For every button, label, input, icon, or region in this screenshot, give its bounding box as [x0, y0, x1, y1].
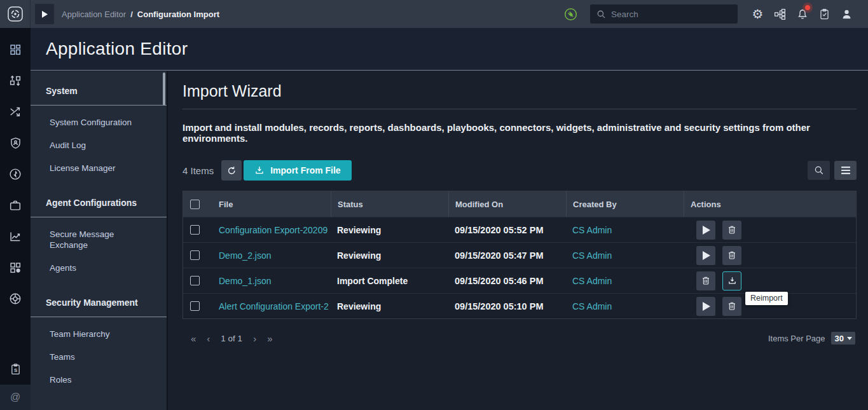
file-link[interactable]: Demo_2.json — [219, 250, 272, 261]
created-by-link[interactable]: CS Admin — [572, 276, 612, 286]
row-checkbox[interactable] — [190, 301, 200, 311]
column-header-modified-on[interactable]: Modified On — [448, 191, 566, 217]
file-link[interactable]: Demo_1.json — [219, 276, 272, 286]
row-checkbox[interactable] — [190, 225, 200, 235]
modified-on-value: 09/15/2020 05:46 PM — [455, 276, 543, 286]
items-per-page-label: Items Per Page — [768, 334, 825, 343]
topbar-right: ⚙ — [563, 4, 868, 24]
list-icon — [841, 167, 850, 174]
icon-rail: S @ — [0, 28, 31, 410]
modified-on-value: 09/15/2020 05:52 PM — [455, 225, 543, 235]
reimport-button[interactable] — [722, 271, 741, 290]
section-description: Import and install modules, records, rep… — [183, 122, 857, 144]
wheel-icon[interactable] — [0, 283, 31, 314]
resume-import-button[interactable] — [696, 221, 715, 240]
created-by-link[interactable]: CS Admin — [572, 225, 612, 235]
prev-page-button[interactable]: ‹ — [207, 334, 210, 343]
reports-chart-icon[interactable] — [0, 221, 31, 252]
application-window: Application Editor / Configuration Impor… — [0, 0, 868, 410]
search-input[interactable] — [611, 10, 731, 19]
resume-import-button[interactable] — [696, 246, 715, 265]
sidebar-item-team-hierarchy[interactable]: Team Hierarchy — [31, 322, 167, 345]
sitemap-icon[interactable] — [769, 4, 791, 24]
column-header-actions: Actions — [684, 191, 856, 217]
items-per-page-select[interactable]: 30 — [831, 332, 855, 345]
sidebar-scrollbar[interactable] — [163, 72, 165, 106]
file-link[interactable]: Alert Configuration Export-2 — [219, 301, 329, 311]
resume-import-button[interactable] — [696, 297, 715, 316]
topbar: Application Editor / Configuration Impor… — [0, 0, 868, 28]
sidebar-list: Team Hierarchy Teams Roles — [31, 317, 167, 395]
sidebar-list: System Configuration Audit Log License M… — [31, 106, 167, 183]
row-checkbox[interactable] — [190, 250, 200, 260]
table-header-row: File Status Modified On Created By Actio… — [183, 191, 856, 217]
modified-on-value: 09/15/2020 05:10 PM — [455, 301, 543, 311]
tasks-clipboard-icon[interactable] — [813, 4, 836, 24]
page-title-band: Application Editor — [31, 28, 868, 71]
automation-bolt-icon[interactable] — [0, 158, 31, 189]
sidebar-item-agents[interactable]: Agents — [31, 256, 167, 279]
security-shield-icon[interactable] — [0, 127, 31, 158]
sidebar-item-audit-log[interactable]: Audit Log — [31, 133, 167, 156]
row-checkbox[interactable] — [190, 276, 200, 285]
sidebar-item-system-configuration[interactable]: System Configuration — [31, 111, 167, 133]
list-view-button[interactable] — [834, 161, 857, 180]
import-from-file-button[interactable]: Import From File — [244, 160, 351, 181]
column-header-created-by[interactable]: Created By — [566, 191, 684, 217]
table-row: Demo_2.json Reviewing 09/15/2020 05:47 P… — [183, 242, 856, 268]
notifications-bell-icon[interactable] — [791, 4, 813, 24]
play-icon — [702, 226, 710, 235]
delete-button[interactable] — [722, 246, 741, 265]
settings-gear-icon[interactable]: ⚙ — [747, 4, 769, 24]
last-page-button[interactable]: » — [267, 334, 272, 343]
delete-button[interactable] — [696, 271, 715, 290]
global-search[interactable] — [590, 4, 738, 24]
reimport-tooltip: Reimport — [745, 292, 788, 305]
play-icon — [702, 251, 710, 260]
search-icon — [814, 165, 824, 175]
dashboards-icon[interactable] — [0, 34, 31, 65]
breadcrumb-parent[interactable]: Application Editor — [62, 10, 126, 19]
delete-button[interactable] — [722, 297, 741, 316]
import-export-icon[interactable] — [0, 65, 31, 96]
next-page-button[interactable]: › — [253, 334, 256, 343]
column-header-file[interactable]: File — [212, 191, 331, 217]
first-page-button[interactable]: « — [191, 334, 196, 343]
trash-icon — [727, 301, 737, 311]
connector-health-icon[interactable] — [563, 6, 579, 22]
trash-icon — [727, 224, 737, 235]
trash-icon — [727, 250, 737, 261]
sidebar-toggle-button[interactable] — [35, 4, 54, 24]
table-row: Configuration Export-20209 Reviewing 09/… — [183, 217, 856, 242]
items-count: 4 Items — [183, 165, 214, 176]
created-by-link[interactable]: CS Admin — [572, 250, 612, 261]
status-value: Reviewing — [337, 225, 381, 235]
breadcrumb-current: Configuration Import — [137, 10, 219, 19]
mentions-at-icon[interactable]: @ — [0, 385, 31, 410]
file-link[interactable]: Configuration Export-20209 — [219, 225, 327, 235]
sidebar-item-secure-message-exchange[interactable]: Secure Message Exchange — [31, 222, 139, 256]
modules-icon[interactable] — [0, 252, 31, 283]
table-search-button[interactable] — [808, 161, 830, 180]
reimport-icon — [727, 276, 737, 285]
created-by-link[interactable]: CS Admin — [572, 301, 612, 311]
table-row: Demo_1.json Import Complete 09/15/2020 0… — [183, 268, 856, 293]
user-profile-icon[interactable] — [836, 4, 858, 24]
delete-button[interactable] — [722, 221, 741, 240]
column-header-status[interactable]: Status — [331, 191, 448, 217]
sidebar: System System Configuration Audit Log Li… — [31, 71, 168, 410]
modified-on-value: 09/15/2020 05:47 PM — [455, 250, 543, 261]
sidebar-section-agent-configurations: Agent Configurations — [31, 183, 167, 217]
sidebar-item-teams[interactable]: Teams — [31, 345, 167, 368]
sidebar-item-roles[interactable]: Roles — [31, 368, 167, 391]
shuffle-icon[interactable] — [0, 96, 31, 127]
app-logo-icon[interactable] — [0, 0, 31, 28]
refresh-button[interactable] — [221, 160, 242, 181]
select-all-checkbox[interactable] — [190, 200, 200, 209]
clipboard-s-icon[interactable]: S — [0, 353, 31, 385]
sidebar-item-license-manager[interactable]: License Manager — [31, 156, 167, 179]
status-value: Import Complete — [337, 276, 408, 286]
section-title: Import Wizard — [183, 82, 857, 100]
briefcase-icon[interactable] — [0, 189, 31, 221]
items-per-page-value: 30 — [835, 334, 844, 343]
